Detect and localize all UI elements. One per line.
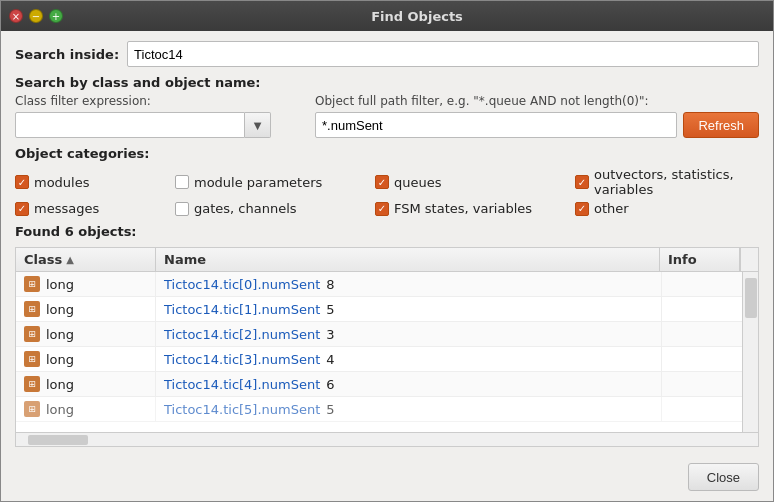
info-inline-3: 4 [326, 352, 334, 367]
table-row[interactable]: long Tictoc14.tic[1].numSent 5 [16, 297, 742, 322]
class-value-4: long [46, 377, 74, 392]
column-name[interactable]: Name [156, 248, 660, 271]
row-icon-0 [24, 276, 40, 292]
checkbox-queues[interactable] [375, 175, 389, 189]
cell-info-3 [662, 347, 742, 371]
check-item-modules: modules [15, 167, 175, 197]
refresh-button[interactable]: Refresh [683, 112, 759, 138]
titlebar: × − + Find Objects [1, 1, 773, 31]
sort-icon: ▲ [66, 254, 74, 265]
class-value-0: long [46, 277, 74, 292]
name-link-5[interactable]: Tictoc14.tic[5].numSent [164, 402, 320, 417]
results-table: Class ▲ Name Info long [15, 247, 759, 447]
class-value-5: long [46, 402, 74, 417]
check-item-outvectors: outvectors, statistics, variables [575, 167, 759, 197]
name-link-3[interactable]: Tictoc14.tic[3].numSent [164, 352, 320, 367]
info-inline-1: 5 [326, 302, 334, 317]
cell-name-2: Tictoc14.tic[2].numSent 3 [156, 322, 662, 346]
search-inside-row: Search inside: [15, 41, 759, 67]
close-window-button[interactable]: × [9, 9, 23, 23]
vertical-scrollbar[interactable] [742, 272, 758, 432]
horizontal-scrollbar[interactable] [16, 432, 758, 446]
label-gates-channels: gates, channels [194, 201, 297, 216]
search-by-section: Search by class and object name: Class f… [15, 75, 759, 138]
check-item-gates-channels: gates, channels [175, 201, 375, 216]
name-link-4[interactable]: Tictoc14.tic[4].numSent [164, 377, 320, 392]
column-name-label: Name [164, 252, 206, 267]
name-link-1[interactable]: Tictoc14.tic[1].numSent [164, 302, 320, 317]
filter-row: Class filter expression: ▼ Object full p… [15, 94, 759, 138]
cell-name-1: Tictoc14.tic[1].numSent 5 [156, 297, 662, 321]
check-item-other: other [575, 201, 759, 216]
checkbox-gates-channels[interactable] [175, 202, 189, 216]
label-modules: modules [34, 175, 90, 190]
class-value-3: long [46, 352, 74, 367]
class-filter-input[interactable] [15, 112, 245, 138]
row-icon-5 [24, 401, 40, 417]
table-body: long Tictoc14.tic[0].numSent 8 long [16, 272, 742, 432]
cell-name-3: Tictoc14.tic[3].numSent 4 [156, 347, 662, 371]
cell-name-4: Tictoc14.tic[4].numSent 6 [156, 372, 662, 396]
info-inline-4: 6 [326, 377, 334, 392]
cell-name-0: Tictoc14.tic[0].numSent 8 [156, 272, 662, 296]
label-module-parameters: module parameters [194, 175, 322, 190]
check-item-module-parameters: module parameters [175, 167, 375, 197]
table-row[interactable]: long Tictoc14.tic[2].numSent 3 [16, 322, 742, 347]
row-icon-3 [24, 351, 40, 367]
table-row[interactable]: long Tictoc14.tic[3].numSent 4 [16, 347, 742, 372]
object-filter-section: Object full path filter, e.g. "*.queue A… [315, 94, 759, 138]
check-item-messages: messages [15, 201, 175, 216]
info-inline-2: 3 [326, 327, 334, 342]
checkbox-module-parameters[interactable] [175, 175, 189, 189]
scrollbar-thumb[interactable] [745, 278, 757, 318]
cell-info-0 [662, 272, 742, 296]
name-link-0[interactable]: Tictoc14.tic[0].numSent [164, 277, 320, 292]
class-filter-dropdown-button[interactable]: ▼ [245, 112, 271, 138]
cell-class-3: long [16, 347, 156, 371]
table-row[interactable]: long Tictoc14.tic[4].numSent 6 [16, 372, 742, 397]
check-item-fsm-states: FSM states, variables [375, 201, 575, 216]
object-filter-label: Object full path filter, e.g. "*.queue A… [315, 94, 759, 108]
cell-class-4: long [16, 372, 156, 396]
checkbox-fsm-states[interactable] [375, 202, 389, 216]
checkbox-modules[interactable] [15, 175, 29, 189]
class-filter-section: Class filter expression: ▼ [15, 94, 295, 138]
categories-label: Object categories: [15, 146, 759, 161]
cell-info-4 [662, 372, 742, 396]
column-class[interactable]: Class ▲ [16, 248, 156, 271]
table-row[interactable]: long Tictoc14.tic[0].numSent 8 [16, 272, 742, 297]
checkbox-other[interactable] [575, 202, 589, 216]
horizontal-scrollbar-thumb[interactable] [28, 435, 88, 445]
categories-section: Object categories: modules module parame… [15, 146, 759, 216]
label-fsm-states: FSM states, variables [394, 201, 532, 216]
info-inline-5: 5 [326, 402, 334, 417]
minimize-button[interactable]: − [29, 9, 43, 23]
info-inline-0: 8 [326, 277, 334, 292]
class-value-2: long [46, 327, 74, 342]
categories-grid: modules module parameters queues outvect… [15, 167, 759, 216]
search-by-label: Search by class and object name: [15, 75, 759, 90]
bottom-bar: Close [1, 457, 773, 501]
cell-class-5: long [16, 397, 156, 421]
row-icon-2 [24, 326, 40, 342]
cell-class-2: long [16, 322, 156, 346]
close-button[interactable]: Close [688, 463, 759, 491]
object-filter-input[interactable] [315, 112, 677, 138]
checkbox-messages[interactable] [15, 202, 29, 216]
label-queues: queues [394, 175, 442, 190]
name-link-2[interactable]: Tictoc14.tic[2].numSent [164, 327, 320, 342]
search-inside-input[interactable] [127, 41, 759, 67]
label-messages: messages [34, 201, 99, 216]
checkbox-outvectors[interactable] [575, 175, 589, 189]
column-class-label: Class [24, 252, 62, 267]
main-content: Search inside: Search by class and objec… [1, 31, 773, 457]
maximize-button[interactable]: + [49, 9, 63, 23]
table-row[interactable]: long Tictoc14.tic[5].numSent 5 [16, 397, 742, 422]
class-filter-label: Class filter expression: [15, 94, 295, 108]
column-info[interactable]: Info [660, 248, 740, 271]
row-icon-1 [24, 301, 40, 317]
cell-class-0: long [16, 272, 156, 296]
label-other: other [594, 201, 629, 216]
cell-info-5 [662, 397, 742, 421]
scrollbar-header [740, 248, 758, 271]
